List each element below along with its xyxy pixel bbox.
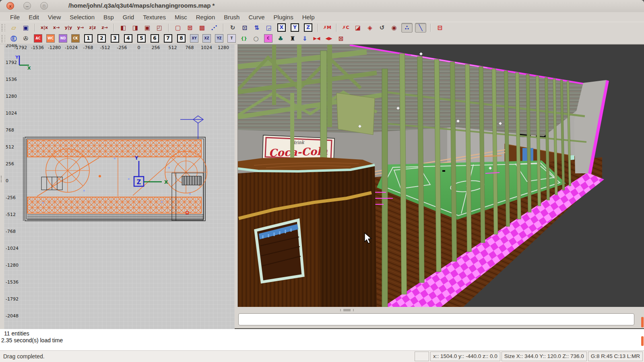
title-bar[interactable]: x – □ /home/john/.q3a/q3ut4/maps/changin… xyxy=(0,0,644,12)
toolbar-separator xyxy=(430,24,431,32)
nodraw-texture-icon[interactable]: ND xyxy=(59,34,67,43)
scale-selection-icon[interactable]: ⋰ xyxy=(210,23,219,32)
texture-paste-icon[interactable]: ⊟ xyxy=(436,23,444,32)
maximize-icon[interactable]: □ xyxy=(40,2,48,10)
open-file-icon[interactable]: ▱ xyxy=(9,23,18,32)
hollow-brush-icon[interactable]: ▣ xyxy=(143,23,152,32)
ruler-label-top: 512 xyxy=(169,45,177,50)
menu-selection[interactable]: Selection xyxy=(65,14,99,21)
grid-4-icon[interactable]: 4 xyxy=(124,34,132,43)
ruler-label-left: 768 xyxy=(6,128,14,133)
texture-browser-icon[interactable]: T xyxy=(227,34,236,43)
texture-command-input[interactable] xyxy=(238,313,634,325)
yz-view-icon[interactable]: YZ xyxy=(215,34,223,43)
pane-splitter-middle[interactable] xyxy=(235,44,237,329)
menu-edit[interactable]: Edit xyxy=(24,14,43,21)
select-inside-icon[interactable]: ▩ xyxy=(198,23,206,32)
menu-grid[interactable]: Grid xyxy=(118,14,138,21)
menu-textures[interactable]: Textures xyxy=(138,14,170,21)
toolbar-grip[interactable] xyxy=(2,24,5,31)
rotate-x-icon[interactable]: x→ xyxy=(52,23,61,32)
rotate-z-icon[interactable]: z→ xyxy=(100,23,109,32)
resize-view-icon[interactable]: ◲ xyxy=(264,23,273,32)
vertex-mode-icon[interactable]: ∴ xyxy=(401,23,413,33)
clipper-icon[interactable]: ◪ xyxy=(353,23,362,32)
xz-view-icon[interactable]: XZ xyxy=(202,34,211,43)
flip-x-icon[interactable]: x|x xyxy=(40,23,49,32)
menu-plugins[interactable]: Plugins xyxy=(269,14,297,21)
menu-bsp[interactable]: Bsp xyxy=(99,14,118,21)
cap-texture-icon[interactable]: C xyxy=(264,34,272,43)
menu-view[interactable]: View xyxy=(43,14,65,21)
cap-inward-icon[interactable]: ▶◀ xyxy=(312,34,321,43)
ruler-label-left: 1280 xyxy=(6,94,17,99)
camera-view-3d[interactable]: drink Coca-Cola xyxy=(238,45,644,307)
y-axis-view-icon[interactable]: Y xyxy=(291,23,299,32)
ruler-label-top: 1280 xyxy=(218,45,229,50)
grid-8-icon[interactable]: 8 xyxy=(177,34,186,43)
toolbar-grip[interactable] xyxy=(2,35,5,42)
grid-2d-panel[interactable]: Z Y X Y X -1792-1536-1280-1024-768-512-2… xyxy=(4,44,235,329)
texture-rotate-icon[interactable]: ↺ xyxy=(378,23,386,32)
save-file-icon[interactable]: ▣ xyxy=(21,23,30,32)
rotate-y-icon[interactable]: y→ xyxy=(76,23,85,32)
cone-icon[interactable]: ○ xyxy=(252,34,260,43)
grid-5-icon[interactable]: 5 xyxy=(137,34,146,43)
clone-selection-icon[interactable]: ⊞ xyxy=(186,23,194,32)
entry-pane xyxy=(235,307,644,329)
ruler-label-left: 256 xyxy=(6,161,14,167)
free-rotation-icon[interactable]: Ⓔ xyxy=(9,34,18,43)
caulk-texture-icon[interactable]: CK xyxy=(71,34,80,43)
x-axis-view-icon[interactable]: X xyxy=(277,23,286,32)
foliage-icon[interactable]: ♣ xyxy=(276,34,285,43)
menu-brush[interactable]: Brush xyxy=(219,14,244,21)
no-model-select-icon[interactable]: ✗M xyxy=(323,23,332,32)
xy-view-icon[interactable]: XY xyxy=(190,34,198,43)
csg-merge-icon[interactable]: ◨ xyxy=(131,23,140,32)
texture-view-icon[interactable]: ◈ xyxy=(365,23,374,32)
menu-region[interactable]: Region xyxy=(192,14,220,21)
menu-misc[interactable]: Misc xyxy=(170,14,192,21)
patch-toggle-icon[interactable]: {} xyxy=(239,34,248,43)
menu-bar[interactable]: FileEditViewSelectionBspGridTexturesMisc… xyxy=(0,12,644,22)
cap-outward-icon[interactable]: ◀▶ xyxy=(324,34,333,43)
swap-views-icon[interactable]: ⇅ xyxy=(252,23,261,32)
ruler-label-top: -1280 xyxy=(48,45,61,50)
texture-lock-icon[interactable]: ◉ xyxy=(390,23,398,32)
overlay-scrollbar[interactable] xyxy=(641,317,644,327)
camera-3d-panel[interactable]: drink Coca-Cola xyxy=(237,44,644,308)
make-room-icon[interactable]: ◰ xyxy=(155,23,164,32)
edge-mode-icon[interactable]: ╲ xyxy=(415,23,426,33)
flip-z-icon[interactable]: z|z xyxy=(88,23,97,32)
actionclip-texture-icon[interactable]: AC xyxy=(34,34,42,43)
overlay-scrollbar[interactable] xyxy=(641,336,644,346)
hide-patch-icon[interactable]: ⊠ xyxy=(336,34,345,43)
select-touching-icon[interactable]: ▢ xyxy=(173,23,182,32)
grid-1-icon[interactable]: 1 xyxy=(84,34,93,43)
grid-3-icon[interactable]: 3 xyxy=(111,34,119,43)
drop-entity-icon[interactable]: ⇓ xyxy=(300,34,309,43)
toolbar-separator xyxy=(35,24,35,32)
menu-help[interactable]: Help xyxy=(298,14,319,21)
grid-6-icon[interactable]: 6 xyxy=(151,34,159,43)
console-output[interactable]: 11 entities2.35 second(s) load time xyxy=(0,329,644,350)
splitter-handle-icon[interactable] xyxy=(340,309,354,311)
menu-curve[interactable]: Curve xyxy=(244,14,269,21)
grid-2-icon[interactable]: 2 xyxy=(97,34,106,43)
ruler-label-top: -1536 xyxy=(31,45,44,50)
csg-subtract-icon[interactable]: ◧ xyxy=(119,23,128,32)
close-icon[interactable]: x xyxy=(6,2,14,10)
minimize-icon[interactable]: – xyxy=(23,2,31,10)
flip-y-icon[interactable]: y|y xyxy=(64,23,73,32)
weapclip-texture-icon[interactable]: WC xyxy=(46,34,55,43)
console-view-icon[interactable]: ⊡ xyxy=(240,23,249,32)
projector-icon[interactable]: ✇ xyxy=(21,34,30,43)
train-icon[interactable]: ♜ xyxy=(288,34,297,43)
z-axis-view-icon[interactable]: Z xyxy=(304,23,312,32)
grid-7-icon[interactable]: 7 xyxy=(164,34,172,43)
cubic-clip-icon[interactable]: ✗C xyxy=(341,23,350,32)
change-views-icon[interactable]: ↻ xyxy=(228,23,237,32)
top-view-2d[interactable]: Z Y X Y X -1792-1536-1280-1024-768-512-2… xyxy=(4,44,235,329)
menu-file[interactable]: File xyxy=(6,14,24,21)
support-pole xyxy=(382,69,388,307)
